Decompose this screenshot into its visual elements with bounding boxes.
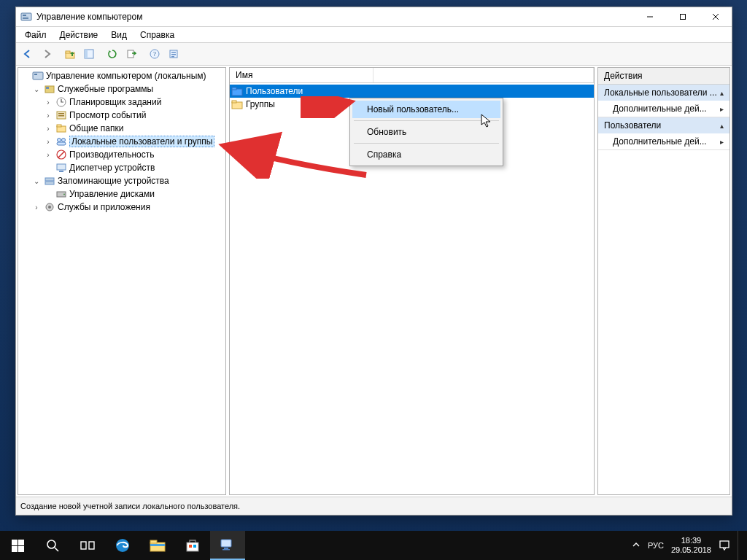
svg-rect-2: [23, 17, 28, 18]
context-help[interactable]: Справка: [352, 146, 500, 163]
svg-rect-34: [59, 171, 63, 172]
refresh-button[interactable]: [104, 45, 121, 63]
svg-rect-60: [221, 540, 231, 547]
expand-icon[interactable]: ›: [43, 98, 53, 106]
expand-icon[interactable]: ›: [43, 138, 53, 146]
menu-separator: [354, 143, 499, 144]
menu-separator: [354, 120, 499, 121]
forward-button[interactable]: [38, 45, 55, 63]
action-center-button[interactable]: [719, 531, 730, 560]
svg-point-30: [62, 139, 66, 142]
svg-rect-45: [12, 540, 18, 545]
tree-disk-management[interactable]: Управление дисками: [20, 187, 224, 201]
menu-file[interactable]: Файл: [19, 28, 53, 42]
svg-text:?: ?: [153, 50, 156, 58]
start-button[interactable]: [0, 531, 35, 560]
context-refresh[interactable]: Обновить: [352, 123, 500, 141]
svg-rect-51: [81, 542, 86, 549]
taskbar-edge[interactable]: [105, 531, 140, 560]
svg-rect-16: [171, 52, 176, 53]
tree-system-tools[interactable]: ⌄Служебные программы: [20, 82, 224, 96]
expand-icon[interactable]: ›: [43, 112, 53, 120]
menu-help[interactable]: Справка: [134, 28, 180, 42]
toolbar: ?: [16, 43, 732, 66]
actions-more-2[interactable]: Дополнительные дей... ▸: [598, 133, 729, 149]
tree-device-manager[interactable]: Диспетчер устройств: [20, 161, 224, 174]
back-button[interactable]: [19, 45, 36, 63]
context-menu: Новый пользователь... Обновить Справка: [349, 98, 503, 166]
collapse-icon[interactable]: ⌄: [31, 177, 42, 185]
menu-action[interactable]: Действие: [54, 28, 104, 42]
svg-rect-3: [23, 18, 28, 19]
svg-rect-22: [46, 87, 49, 89]
collapse-arrow-icon: ▴: [720, 89, 724, 97]
chevron-right-icon: ▸: [720, 105, 724, 113]
svg-rect-48: [18, 546, 24, 552]
show-hide-tree-button[interactable]: [80, 45, 98, 63]
svg-rect-55: [150, 540, 157, 543]
show-desktop-button[interactable]: [738, 531, 743, 560]
tree-performance[interactable]: ›Производительность: [20, 148, 224, 161]
cursor-icon: [481, 114, 492, 128]
taskbar-store[interactable]: [175, 531, 210, 560]
task-view-button[interactable]: [70, 531, 105, 560]
computer-management-window: Управление компьютером Файл Действие Вид…: [15, 7, 732, 516]
svg-rect-9: [66, 51, 70, 53]
collapse-icon[interactable]: ⌄: [31, 85, 42, 93]
svg-rect-1: [23, 15, 26, 16]
svg-rect-11: [85, 50, 88, 58]
svg-rect-36: [45, 182, 54, 184]
expand-icon[interactable]: ›: [43, 151, 53, 159]
tree-event-viewer[interactable]: ›Просмотр событий: [20, 109, 224, 122]
list-header: Имя: [230, 68, 594, 83]
taskbar-compmgmt[interactable]: [210, 531, 245, 560]
expand-icon[interactable]: ›: [31, 203, 42, 211]
column-name[interactable]: Имя: [230, 68, 374, 82]
actions-pane: Действия Локальные пользователи ... ▴ До…: [597, 67, 730, 495]
tree-storage[interactable]: ⌄Запоминающие устройства: [20, 174, 224, 187]
window-title: Управление компьютером: [36, 12, 633, 22]
context-new-user[interactable]: Новый пользователь...: [352, 101, 500, 118]
menu-view[interactable]: Вид: [105, 28, 133, 42]
export-button[interactable]: [123, 45, 140, 63]
expand-icon[interactable]: ›: [43, 125, 53, 133]
title-bar[interactable]: Управление компьютером: [16, 7, 732, 27]
svg-rect-57: [187, 542, 198, 551]
help-button[interactable]: ?: [146, 45, 163, 63]
maximize-button[interactable]: [666, 7, 699, 26]
svg-rect-47: [12, 546, 18, 552]
up-button[interactable]: [61, 45, 79, 63]
svg-point-29: [58, 139, 61, 142]
tree-task-scheduler[interactable]: ›Планировщик заданий: [20, 96, 224, 109]
actions-section-local-users[interactable]: Локальные пользователи ... ▴: [598, 85, 729, 101]
actions-header: Действия: [598, 68, 729, 85]
svg-rect-42: [232, 88, 236, 90]
properties-button[interactable]: [165, 45, 182, 63]
svg-rect-54: [150, 542, 165, 551]
chevron-right-icon: ▸: [720, 138, 724, 146]
tree-services-apps[interactable]: ›Службы и приложения: [20, 201, 224, 214]
svg-rect-63: [720, 541, 729, 548]
svg-rect-33: [57, 164, 66, 170]
taskbar-search[interactable]: [35, 531, 70, 560]
svg-point-49: [47, 540, 55, 548]
actions-section-users[interactable]: Пользователи ▴: [598, 117, 729, 133]
svg-rect-31: [57, 142, 66, 145]
tree-shared-folders[interactable]: ›Общие папки: [20, 122, 224, 135]
close-button[interactable]: [699, 7, 732, 26]
tree-root[interactable]: Управление компьютером (локальным): [20, 69, 224, 82]
svg-rect-44: [232, 101, 236, 103]
tray-chevron-up[interactable]: [632, 540, 640, 551]
tray-clock[interactable]: 18:39 29.05.2018: [671, 536, 711, 555]
app-icon: [20, 11, 32, 23]
list-item-users[interactable]: Пользователи: [230, 85, 594, 98]
folder-icon: [231, 98, 243, 110]
actions-more-1[interactable]: Дополнительные дей... ▸: [598, 101, 729, 117]
tree-local-users-groups[interactable]: ›Локальные пользователи и группы: [20, 135, 224, 148]
tray-language[interactable]: РУС: [648, 541, 664, 550]
taskbar-explorer[interactable]: [140, 531, 175, 560]
taskbar: РУС 18:39 29.05.2018: [0, 531, 747, 560]
collapse-arrow-icon: ▴: [720, 122, 724, 130]
svg-rect-5: [680, 15, 685, 20]
minimize-button[interactable]: [633, 7, 666, 26]
